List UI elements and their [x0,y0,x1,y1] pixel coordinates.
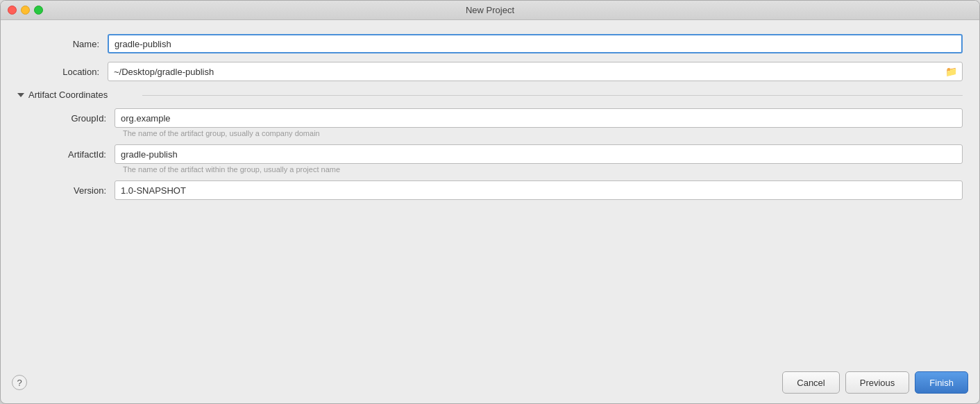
help-button[interactable]: ? [12,375,27,390]
artifact-section-label: Artifact Coordinates [28,90,108,100]
cancel-button[interactable]: Cancel [782,371,839,394]
groupid-input[interactable] [115,108,963,128]
name-input[interactable] [108,34,963,53]
version-label: Version: [45,185,115,196]
location-label: Location: [17,67,108,77]
window-content: Name: Location: 📁 Artifact Coordinates G… [1,20,979,362]
artifact-section-toggle[interactable]: Artifact Coordinates [17,90,108,100]
dialog-window: New Project Name: Location: 📁 Artifact C… [0,0,980,404]
artifactid-input[interactable] [115,144,963,164]
spacer [17,201,963,362]
help-icon: ? [17,378,22,388]
collapse-triangle-icon [17,93,24,97]
title-bar: New Project [1,1,979,20]
groupid-label: GroupId: [45,113,115,124]
finish-button[interactable]: Finish [915,371,968,394]
artifactid-hint: The name of the artifact within the grou… [123,165,963,174]
name-label: Name: [17,39,108,49]
version-row: Version: [45,180,963,200]
name-row: Name: [17,34,963,53]
minimize-button[interactable] [21,6,30,15]
traffic-lights [8,6,43,15]
artifact-section-header: Artifact Coordinates [17,90,963,100]
location-row: Location: 📁 [17,62,963,81]
footer-right: Cancel Previous Finish [782,371,968,394]
artifactid-label: ArtifactId: [45,149,115,160]
previous-button[interactable]: Previous [845,371,910,394]
groupid-hint: The name of the artifact group, usually … [123,129,963,137]
location-input-wrapper: 📁 [108,62,963,81]
artifactid-row: ArtifactId: [45,144,963,164]
location-input[interactable] [108,62,963,81]
footer: ? Cancel Previous Finish [1,362,979,403]
browse-folder-icon[interactable]: 📁 [945,66,957,77]
maximize-button[interactable] [34,6,43,15]
footer-left: ? [12,375,27,390]
close-button[interactable] [8,6,17,15]
groupid-row: GroupId: [45,108,963,128]
version-input[interactable] [115,180,963,200]
artifact-section: GroupId: The name of the artifact group,… [17,108,963,201]
window-title: New Project [466,5,514,15]
